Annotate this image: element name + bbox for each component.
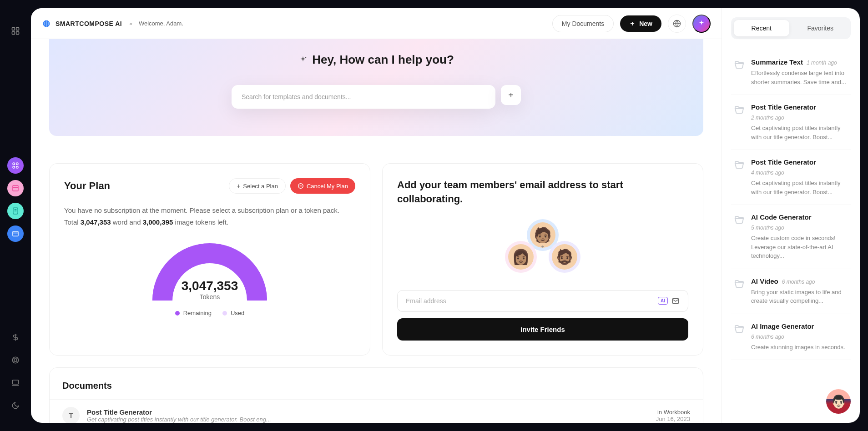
svg-point-4	[13, 163, 15, 165]
mail-icon	[671, 297, 680, 305]
svg-rect-13	[13, 231, 18, 236]
recent-item-time: 6 months ago	[751, 334, 784, 340]
ai-sparkle-button[interactable]	[692, 15, 711, 33]
svg-rect-8	[13, 185, 18, 191]
gauge-value: 3,047,353	[151, 279, 269, 293]
recent-item[interactable]: AI Image Generator 6 months ago Create s…	[731, 314, 851, 361]
welcome-text: Welcome, Adam.	[139, 20, 183, 27]
recent-item-time: 6 months ago	[782, 279, 815, 285]
recent-item-title: AI Code Generator	[751, 213, 812, 221]
svg-line-19	[16, 358, 18, 359]
recent-item-time: 4 months ago	[751, 170, 784, 176]
recent-item[interactable]: AI Code Generator 5 months ago Create cu…	[731, 205, 851, 269]
recent-item[interactable]: Post Title Generator 4 months ago Get ca…	[731, 150, 851, 205]
brand-name: SMARTCOMPOSE AI	[56, 20, 122, 27]
documents-card: Documents T Post Title Generator Get cap…	[49, 367, 703, 423]
cancel-plan-button[interactable]: Cancel My Plan	[290, 178, 355, 194]
svg-rect-3	[16, 32, 19, 35]
gauge-label: Tokens	[151, 293, 269, 301]
recent-item-desc: Create custom code in seconds! Leverage …	[751, 234, 848, 261]
logo[interactable]: SMARTCOMPOSE AI	[42, 19, 122, 28]
dark-sidebar	[0, 0, 31, 431]
svg-point-17	[14, 359, 17, 361]
nav-apps-icon[interactable]	[7, 157, 24, 174]
legend-used: Used	[222, 310, 244, 316]
token-gauge: 3,047,353 Tokens Remaining Used	[64, 241, 355, 316]
main-panel: SMARTCOMPOSE AI » Welcome, Adam. My Docu…	[31, 8, 860, 423]
recent-item[interactable]: Post Title Generator 2 months ago Get ca…	[731, 95, 851, 150]
plan-card: Your Plan + Select a Plan Cancel My Plan	[49, 163, 370, 356]
svg-rect-0	[12, 28, 15, 30]
nav-darkmode-icon[interactable]	[7, 397, 24, 414]
svg-point-7	[16, 166, 19, 169]
recent-item-desc: Get captivating post titles instantly wi…	[751, 124, 848, 141]
document-date: Jun 16, 2023	[656, 416, 690, 422]
nav-billing-icon[interactable]	[7, 329, 24, 346]
folder-open-icon	[734, 323, 745, 334]
user-avatar-button[interactable]: 👨🏻	[826, 389, 851, 414]
ai-badge-icon: AI	[658, 297, 668, 305]
recent-item-title: AI Video	[751, 277, 778, 285]
svg-point-5	[16, 163, 19, 165]
recent-item-title: Summarize Text	[751, 58, 803, 66]
documents-title: Documents	[50, 381, 703, 391]
svg-line-18	[13, 358, 15, 359]
svg-point-29	[305, 56, 307, 58]
center-scroll-area: SMARTCOMPOSE AI » Welcome, Adam. My Docu…	[31, 8, 722, 423]
document-name: Post Title Generator	[87, 408, 656, 416]
hero-banner: Hey, How can I help you? +	[49, 39, 703, 136]
recent-item-time: 1 month ago	[807, 60, 837, 66]
document-desc: Get captivating post titles instantly wi…	[87, 416, 656, 423]
recent-item-title: Post Title Generator	[751, 158, 816, 166]
recent-item-time: 2 months ago	[751, 115, 784, 121]
right-panel: Recent Favorites Summarize Text 1 month …	[722, 8, 860, 423]
folder-open-icon	[734, 104, 745, 115]
sidebar-tabs: Recent Favorites	[731, 17, 851, 39]
language-button[interactable]	[668, 15, 686, 33]
search-add-button[interactable]: +	[501, 85, 521, 105]
plus-icon: +	[541, 244, 544, 250]
recent-item[interactable]: Summarize Text 1 month ago Effortlessly …	[731, 50, 851, 95]
invite-friends-button[interactable]: Invite Friends	[397, 318, 688, 341]
tab-recent[interactable]: Recent	[734, 20, 789, 36]
nav-docs-icon[interactable]	[7, 203, 24, 219]
select-plan-button[interactable]: + Select a Plan	[229, 178, 286, 194]
folder-open-icon	[734, 278, 745, 289]
team-email-input[interactable]	[406, 297, 658, 305]
new-button[interactable]: New	[620, 15, 661, 32]
topbar: SMARTCOMPOSE AI » Welcome, Adam. My Docu…	[31, 8, 722, 39]
svg-point-6	[13, 166, 15, 169]
svg-line-21	[16, 361, 18, 362]
folder-open-icon	[734, 214, 745, 225]
breadcrumb-chevrons-icon: »	[129, 20, 132, 27]
recent-item-desc: Get captivating post titles instantly wi…	[751, 179, 848, 196]
new-button-label: New	[639, 20, 652, 27]
recent-item-desc: Bring your static images to life and cre…	[751, 288, 848, 306]
team-avatars: 🧑🏽 👩🏽 🧔🏽 +	[397, 219, 688, 274]
document-row[interactable]: T Post Title Generator Get captivating p…	[50, 399, 703, 423]
recent-item-time: 5 months ago	[751, 225, 784, 231]
document-location: in Workbook	[656, 409, 690, 416]
nav-folder-icon[interactable]	[7, 226, 24, 242]
recent-item[interactable]: AI Video 6 months ago Bring your static …	[731, 269, 851, 314]
team-title: Add your team members' email address to …	[397, 178, 688, 206]
tab-favorites[interactable]: Favorites	[793, 20, 848, 36]
nav-support-icon[interactable]	[7, 352, 24, 368]
folder-open-icon	[734, 159, 745, 170]
legend-remaining: Remaining	[175, 310, 212, 316]
nav-templates-icon[interactable]	[7, 180, 24, 196]
recent-item-title: AI Image Generator	[751, 322, 814, 330]
svg-rect-22	[12, 380, 19, 384]
recent-item-title: Post Title Generator	[751, 103, 816, 111]
nav-desktop-icon[interactable]	[7, 375, 24, 391]
recent-item-desc: Effortlessly condense large text into sh…	[751, 69, 848, 86]
svg-rect-1	[16, 28, 19, 30]
plan-description: You have no subscription at the moment. …	[64, 205, 355, 228]
nav-grid-icon[interactable]	[7, 23, 24, 39]
plan-title: Your Plan	[64, 180, 110, 192]
folder-open-icon	[734, 59, 745, 70]
hero-title: Hey, How can I help you?	[49, 53, 703, 67]
search-input[interactable]	[232, 85, 495, 109]
svg-line-20	[13, 361, 15, 362]
my-documents-button[interactable]: My Documents	[552, 15, 614, 32]
